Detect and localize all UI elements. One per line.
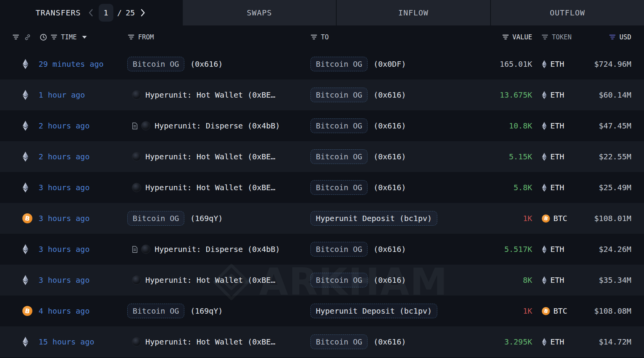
time-link[interactable]: 3 hours ago [39, 245, 89, 254]
transfer-value: 5.8K [514, 183, 532, 192]
eth-chain-icon [22, 59, 29, 69]
eth-chain-icon [22, 337, 29, 347]
to-entity-pill[interactable]: Bitcoin OG [310, 334, 368, 349]
eth-token-icon [542, 184, 547, 192]
hyperunit-avatar [132, 337, 141, 346]
to-entity-pill[interactable]: Bitcoin OG [310, 57, 368, 71]
to-entity-pill[interactable]: Hyperunit Deposit (bc1pv) [310, 211, 437, 226]
transfer-value: 165.01K [500, 59, 532, 69]
table-row[interactable]: B 4 hours ago Bitcoin OG (169qY) Hyperun… [0, 296, 644, 326]
token-symbol: ETH [550, 59, 564, 69]
eth-chain-icon [22, 182, 29, 193]
usd-value: $24.26M [599, 245, 631, 254]
to-entity-pill[interactable]: Bitcoin OG [310, 242, 368, 257]
time-link[interactable]: 4 hours ago [39, 306, 89, 316]
to-address: (0x616) [373, 275, 406, 285]
from-entity-name[interactable]: Hyperunit: Hot Wallet (0xBE… [145, 275, 275, 285]
token-symbol: ETH [550, 152, 564, 161]
usd-value: $60.14M [599, 90, 631, 100]
table-row[interactable]: B 2 hours ago Hyperunit: Disperse (0x4bB… [0, 110, 644, 141]
to-entity-pill[interactable]: Bitcoin OG [310, 273, 368, 287]
tab-inflow-label: INFLOW [398, 8, 428, 17]
tab-transfers[interactable]: TRANSFERS 1 / 25 [0, 0, 182, 25]
from-entity-name[interactable]: Hyperunit: Hot Wallet (0xBE… [145, 152, 275, 161]
link-icon[interactable] [24, 34, 31, 41]
to-address: (0x616) [373, 337, 406, 346]
hyperunit-avatar [141, 245, 150, 254]
time-link[interactable]: 2 hours ago [39, 121, 89, 130]
hyperunit-avatar [132, 152, 141, 161]
tab-transfers-label: TRANSFERS [35, 8, 81, 17]
token-filter-icon[interactable] [542, 35, 548, 39]
table-row[interactable]: B 3 hours ago Hyperunit: Hot Wallet (0xB… [0, 265, 644, 296]
tab-inflow[interactable]: INFLOW [336, 0, 490, 25]
tab-bar: TRANSFERS 1 / 25 SWAPS INFLOW OUTFLOW [0, 0, 644, 25]
token-symbol: ETH [550, 183, 564, 192]
eth-token-icon [542, 245, 547, 253]
table-row[interactable]: B 2 hours ago Hyperunit: Hot Wallet (0xB… [0, 141, 644, 172]
to-entity-pill[interactable]: Bitcoin OG [310, 149, 368, 164]
table-row[interactable]: B 1 hour ago Hyperunit: Hot Wallet (0xBE… [0, 79, 644, 110]
tab-swaps[interactable]: SWAPS [182, 0, 336, 25]
table-row[interactable]: B 15 hours ago Hyperunit: Hot Wallet (0x… [0, 326, 644, 357]
eth-token-icon [542, 122, 547, 130]
transfers-panel: TRANSFERS 1 / 25 SWAPS INFLOW OUTFLOW [0, 0, 644, 358]
chevron-right-icon[interactable] [139, 8, 147, 17]
from-entity-pill[interactable]: Bitcoin OG [127, 211, 184, 226]
time-link[interactable]: 1 hour ago [39, 90, 85, 100]
from-entity-name[interactable]: Hyperunit: Hot Wallet (0xBE… [145, 183, 275, 192]
tab-outflow[interactable]: OUTFLOW [490, 0, 644, 25]
caret-down-icon[interactable] [82, 36, 87, 39]
to-address: (0x616) [373, 90, 406, 100]
to-filter-icon[interactable] [311, 35, 317, 39]
pagination: 1 / 25 [87, 4, 147, 22]
transfer-value: 8K [523, 275, 532, 285]
transfer-value: 13.675K [500, 90, 532, 100]
column-header-value[interactable]: VALUE [513, 33, 532, 41]
column-header-usd[interactable]: USD [619, 33, 631, 41]
to-entity-pill[interactable]: Hyperunit Deposit (bc1pv) [310, 304, 437, 318]
to-entity-pill[interactable]: Bitcoin OG [310, 88, 368, 102]
hyperunit-avatar [132, 183, 141, 192]
clock-icon[interactable] [40, 34, 47, 41]
eth-token-icon [542, 276, 547, 284]
time-link[interactable]: 2 hours ago [39, 152, 89, 161]
btc-chain-icon: B [22, 306, 32, 316]
time-link[interactable]: 15 hours ago [39, 337, 94, 346]
usd-filter-icon[interactable] [609, 35, 615, 39]
tab-outflow-label: OUTFLOW [550, 8, 585, 17]
hyperunit-avatar [141, 121, 150, 130]
to-entity-pill[interactable]: Bitcoin OG [310, 118, 368, 133]
hyperunit-avatar [132, 90, 141, 100]
to-entity-pill[interactable]: Bitcoin OG [310, 180, 368, 195]
time-link[interactable]: 3 hours ago [39, 183, 89, 192]
token-symbol: BTC [553, 306, 567, 316]
transfers-table-body: B 29 minutes ago Bitcoin OG (0x616) Bitc… [0, 49, 644, 357]
from-address: (169qY) [190, 306, 223, 316]
filter-icon[interactable] [13, 35, 19, 39]
table-row[interactable]: B 3 hours ago Hyperunit: Hot Wallet (0xB… [0, 172, 644, 203]
table-row[interactable]: B 29 minutes ago Bitcoin OG (0x616) Bitc… [0, 49, 644, 79]
column-header-token[interactable]: TOKEN [552, 33, 572, 41]
from-filter-icon[interactable] [128, 35, 134, 39]
from-entity-pill[interactable]: Bitcoin OG [127, 57, 184, 71]
from-entity-name[interactable]: Hyperunit: Hot Wallet (0xBE… [145, 337, 275, 346]
table-row[interactable]: B 3 hours ago Hyperunit: Disperse (0x4bB… [0, 234, 644, 265]
column-header-time[interactable]: TIME [61, 33, 77, 41]
value-filter-icon[interactable] [502, 35, 509, 39]
page-separator: / [117, 8, 122, 17]
time-filter-icon[interactable] [51, 35, 57, 39]
from-entity-pill[interactable]: Bitcoin OG [127, 304, 184, 318]
transfer-value: 1K [523, 306, 532, 316]
from-entity-name[interactable]: Hyperunit: Disperse (0x4bB) [155, 245, 280, 254]
column-header-from[interactable]: FROM [138, 33, 154, 41]
time-link[interactable]: 29 minutes ago [39, 59, 104, 69]
chevron-left-icon[interactable] [87, 8, 95, 17]
column-header-to[interactable]: TO [321, 33, 329, 41]
from-entity-name[interactable]: Hyperunit: Hot Wallet (0xBE… [145, 90, 275, 100]
time-link[interactable]: 3 hours ago [39, 214, 89, 223]
eth-token-icon [542, 338, 547, 346]
table-row[interactable]: B 3 hours ago Bitcoin OG (169qY) Hyperun… [0, 203, 644, 234]
from-entity-name[interactable]: Hyperunit: Disperse (0x4bB) [155, 121, 280, 130]
time-link[interactable]: 3 hours ago [39, 275, 89, 285]
